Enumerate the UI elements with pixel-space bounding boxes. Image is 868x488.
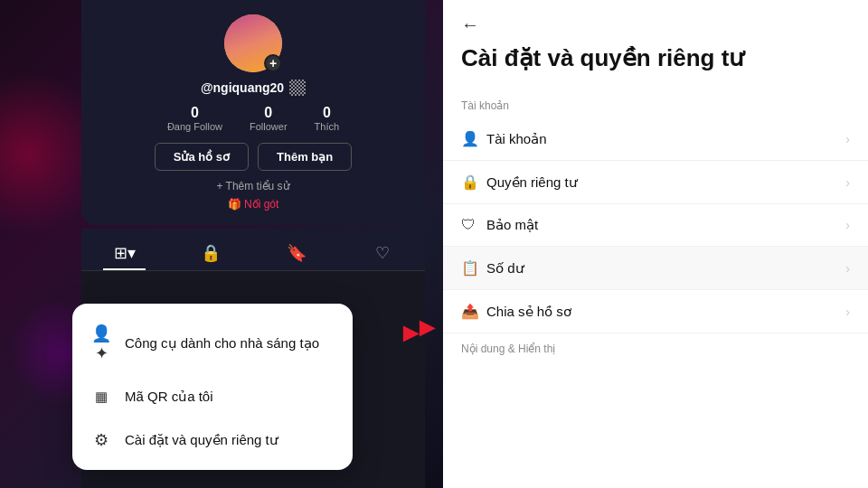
back-button[interactable]: ← [461, 14, 479, 35]
stats-row: 0 Đang Follow 0 Follower 0 Thích [167, 105, 339, 132]
avatar-container: + [224, 14, 282, 72]
noi-got-link[interactable]: 🎁 Nối gót [228, 198, 279, 211]
heart-icon: ♡ [375, 243, 390, 263]
qr-icon: ▦ [90, 389, 112, 405]
tab-locked[interactable]: 🔒 [167, 236, 253, 270]
creator-tools-label: Công cụ dành cho nhà sáng tạo [125, 335, 319, 352]
likes-label: Thích [315, 121, 340, 132]
settings-list: Tài khoản 👤 Tài khoản › 🔒 Quyền riêng tư… [443, 94, 868, 488]
account-chevron: › [845, 132, 850, 146]
qr-label: Mã QR của tôi [125, 389, 213, 405]
add-bio-link[interactable]: + Thêm tiểu sử [216, 180, 289, 192]
tab-likes[interactable]: ♡ [339, 236, 425, 270]
username-text: @ngiquang20 [201, 80, 284, 95]
section-label-account: Tài khoản [443, 94, 868, 117]
following-count: 0 [191, 105, 199, 121]
section-label-content: Nội dung & Hiển thị [443, 333, 868, 361]
settings-header: ← Cài đặt và quyền riêng tư [443, 0, 868, 94]
following-label: Đang Follow [167, 121, 222, 132]
grid-icon: ⊞▾ [114, 243, 136, 263]
settings-icon: ⚙ [90, 430, 112, 450]
right-panel: ← Cài đặt và quyền riêng tư Tài khoản 👤 … [443, 0, 868, 488]
add-friend-button[interactable]: Thêm bạn [258, 143, 352, 171]
popup-item-creator-tools[interactable]: 👤✦ Công cụ dành cho nhà sáng tạo [72, 311, 353, 376]
stat-following: 0 Đang Follow [167, 105, 222, 132]
creator-tools-icon: 👤✦ [90, 324, 112, 363]
username-display: @ngiquang20 [201, 80, 306, 96]
avatar-plus-button[interactable]: + [264, 54, 282, 72]
security-chevron: › [845, 218, 850, 232]
privacy-icon: 🔒 [461, 174, 486, 191]
balance-icon: 📋 [461, 259, 486, 277]
popup-menu: 👤✦ Công cụ dành cho nhà sáng tạo ▦ Mã QR… [72, 304, 353, 470]
edit-profile-button[interactable]: Sửa hồ sơ [155, 143, 249, 171]
settings-title: Cài đặt và quyền riêng tư [461, 44, 850, 72]
privacy-chevron: › [845, 175, 850, 190]
balance-chevron: › [845, 261, 850, 276]
qr-mini-icon [289, 80, 306, 96]
balance-label: Số dư [486, 260, 845, 277]
security-label: Bảo mật [486, 217, 845, 233]
privacy-label: Quyền riêng tư [486, 174, 845, 191]
security-icon: 🛡 [461, 217, 486, 233]
tab-videos[interactable]: ⊞▾ [81, 236, 167, 270]
settings-item-privacy[interactable]: 🔒 Quyền riêng tư › [443, 161, 868, 204]
settings-item-account[interactable]: 👤 Tài khoản › [443, 117, 868, 161]
share-profile-label: Chia sẻ hồ sơ [486, 304, 845, 320]
share-icon: 📤 [461, 303, 486, 320]
popup-item-settings[interactable]: ⚙ Cài đặt và quyền riêng tư [72, 418, 353, 463]
account-icon: 👤 [461, 130, 486, 147]
settings-item-security[interactable]: 🛡 Bảo mật › [443, 204, 868, 247]
follower-count: 0 [264, 105, 272, 121]
bookmark-icon: 🔖 [287, 243, 307, 263]
settings-item-share-profile[interactable]: 📤 Chia sẻ hồ sơ › [443, 290, 868, 333]
arrow-pointer-right: ► [414, 312, 441, 343]
lock-icon: 🔒 [201, 243, 221, 263]
popup-item-qr[interactable]: ▦ Mã QR của tôi [72, 376, 353, 418]
settings-item-balance[interactable]: 📋 Số dư › [443, 247, 868, 290]
stat-likes: 0 Thích [315, 105, 340, 132]
account-label: Tài khoản [486, 131, 845, 147]
settings-label: Cài đặt và quyền riêng tư [125, 432, 278, 448]
likes-count: 0 [323, 105, 331, 121]
share-profile-chevron: › [845, 305, 850, 319]
action-buttons: Sửa hồ sơ Thêm bạn [155, 143, 352, 171]
profile-tabs: ⊞▾ 🔒 🔖 ♡ [81, 229, 425, 271]
stat-follower: 0 Follower [250, 105, 288, 132]
tab-bookmarks[interactable]: 🔖 [253, 236, 339, 270]
profile-section: + @ngiquang20 0 Đang Follow 0 Follower 0… [81, 0, 425, 225]
follower-label: Follower [250, 121, 288, 132]
